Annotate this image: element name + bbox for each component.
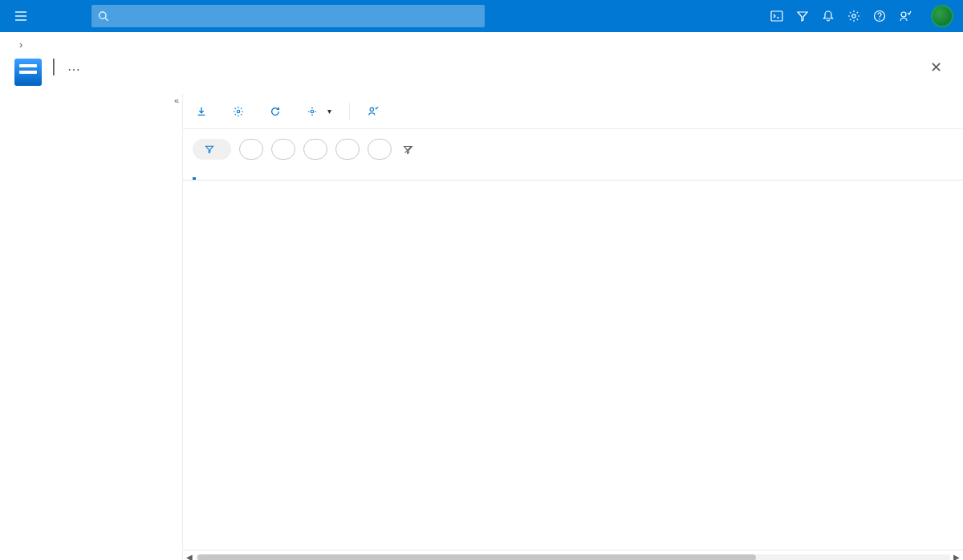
chevron-right-icon: › [19,39,22,51]
settings-gear-icon[interactable] [841,0,867,32]
filter-bar [183,129,963,166]
tab-custom-security[interactable] [215,166,218,180]
reset-filter-icon [403,144,413,155]
scrollbar-track[interactable] [196,554,950,561]
breadcrumb: › [0,32,963,51]
toolbar-divider [349,103,350,120]
horizontal-scrollbar[interactable]: ◀ ▶ [183,550,963,560]
manage-view-button[interactable]: ▾ [303,99,335,124]
svg-line-4 [105,18,108,21]
reset-filters-button[interactable] [403,144,418,155]
svg-point-12 [311,110,314,113]
refresh-button[interactable] [266,99,289,124]
person-feedback-icon [368,106,379,117]
tab-directory[interactable] [193,166,196,180]
hamburger-menu-icon[interactable] [10,5,32,27]
cloud-shell-icon[interactable] [764,0,790,32]
filter-funnel-icon [205,144,214,154]
search-icon [98,10,108,22]
main-content: ▾ [183,94,963,560]
view-gear-icon [307,106,318,117]
sidebar-section-monitoring [0,94,182,107]
sidebar: « [0,94,183,560]
close-blade-icon[interactable]: ✕ [924,55,949,79]
scroll-right-icon[interactable]: ▶ [950,553,963,560]
page-title: | [51,55,56,76]
svg-point-9 [879,18,880,20]
category-filter-pill[interactable] [335,139,360,160]
tabs [183,166,963,181]
page-resource-icon [14,59,42,86]
chevron-down-icon: ▾ [327,107,331,116]
audit-logs-table-wrap[interactable] [183,181,963,550]
filter-icon[interactable] [790,0,815,32]
global-search[interactable] [91,5,485,27]
svg-point-10 [901,12,906,17]
help-icon[interactable] [867,0,892,32]
svg-point-11 [237,110,240,113]
svg-point-3 [100,12,106,18]
activity-filter-pill[interactable] [368,139,392,160]
show-dates-pill[interactable] [239,139,263,160]
got-feedback-button[interactable] [364,99,387,124]
notifications-icon[interactable] [815,0,841,32]
more-actions-icon[interactable]: ⋯ [67,62,80,77]
export-data-settings-button[interactable] [230,99,252,124]
svg-rect-5 [771,11,782,21]
add-filter-pill[interactable] [193,139,231,160]
scroll-left-icon[interactable]: ◀ [183,553,196,560]
svg-line-14 [404,146,411,152]
command-bar: ▾ [183,94,963,129]
title-bar: | ⋯ ✕ [0,51,963,94]
download-icon [196,106,207,117]
scrollbar-thumb[interactable] [197,554,756,561]
avatar[interactable] [931,5,953,27]
gear-icon [233,106,244,117]
collapse-sidebar-icon[interactable]: « [174,95,179,105]
date-range-pill[interactable] [271,139,295,160]
search-input[interactable] [115,10,478,22]
service-filter-pill[interactable] [303,139,327,160]
svg-point-7 [852,14,855,18]
azure-top-bar [0,0,963,32]
svg-point-13 [370,108,373,111]
refresh-icon [270,106,281,117]
feedback-icon[interactable] [892,0,918,32]
download-button[interactable] [193,99,215,124]
